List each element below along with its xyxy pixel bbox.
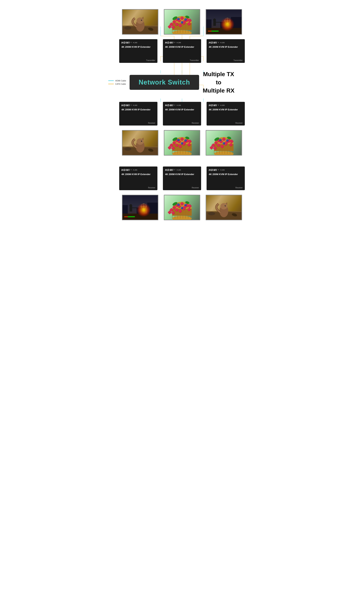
extender-rx-2-1: Hdmi ® H.265 4K 200M KVM IP Extender Rec… bbox=[119, 166, 157, 190]
extender-tx-2: Hdmi ® H.265 4K 200M KVM IP Extender Tra… bbox=[163, 39, 201, 63]
extender-rx-1-3: Hdmi ® H.265 4K 200M KVM IP Extender Rec… bbox=[207, 102, 245, 125]
legend-cat6: CAT6 Cable bbox=[108, 83, 126, 85]
monitor-bot-3 bbox=[206, 195, 242, 220]
tx-rx-label: Multiple TX to Multiple RX bbox=[203, 70, 234, 95]
h265-tx1: H.265 bbox=[133, 42, 137, 43]
diagram-container: Hdmi ® H.265 4K 200M KVM IP Extender Tra… bbox=[105, 0, 259, 229]
network-switch-label: Network Switch bbox=[139, 79, 190, 86]
network-switch-box: Network Switch bbox=[130, 75, 199, 90]
monitor-bot-2 bbox=[164, 195, 200, 220]
receivers-row-2: Hdmi ® H.265 4K 200M KVM IP Extender Rec… bbox=[105, 166, 259, 190]
mid-monitors-row-1 bbox=[105, 130, 259, 156]
scene-squirrel-bot bbox=[206, 195, 242, 220]
monitor-top-2 bbox=[164, 9, 200, 35]
hdmi-logo-rx12: Hdmi ® H.265 bbox=[165, 104, 199, 107]
extender-rx-2-3: Hdmi ® H.265 4K 200M KVM IP Extender Rec… bbox=[207, 166, 245, 190]
hdmi-brand-tx2: Hdmi bbox=[165, 41, 173, 44]
switch-row: HDMI Cable CAT6 Cable Network Switch Mul… bbox=[105, 70, 259, 95]
scene-game-bot bbox=[122, 195, 158, 220]
scene-berries-mid1-2 bbox=[206, 131, 242, 155]
monitor-mid1-3 bbox=[206, 130, 242, 156]
legend-hdmi: HDMI Cable bbox=[108, 80, 126, 82]
h265-tx2: H.265 bbox=[177, 42, 181, 43]
scene-squirrel-mid1 bbox=[122, 131, 158, 155]
legend-cat6-label: CAT6 Cable bbox=[115, 83, 126, 85]
h265-tx3: H.265 bbox=[220, 42, 225, 43]
monitor-top-3 bbox=[206, 9, 242, 35]
transmitters-row: Hdmi ® H.265 4K 200M KVM IP Extender Tra… bbox=[105, 39, 259, 63]
hdmi-logo-tx1: Hdmi ® H.265 bbox=[121, 41, 155, 44]
scene-berries-top bbox=[164, 10, 200, 34]
receivers-row-1: Hdmi ® H.265 4K 200M KVM IP Extender Rec… bbox=[105, 102, 259, 125]
scene-squirrel-top bbox=[122, 10, 158, 34]
extender-rx-1-1: Hdmi ® H.265 4K 200M KVM IP Extender Rec… bbox=[119, 102, 157, 125]
legend-cat6-line bbox=[108, 84, 114, 84]
tx-rx-line2: to bbox=[203, 78, 234, 86]
hdmi-brand-rx11: Hdmi bbox=[121, 104, 130, 107]
bottom-monitors-row bbox=[105, 195, 259, 220]
hdmi-logo-tx3: Hdmi ® H.265 bbox=[209, 41, 243, 44]
monitor-bot-1 bbox=[122, 195, 158, 220]
hdmi-brand-tx3: Hdmi bbox=[209, 41, 217, 44]
extender-title-tx3: 4K 200M KVM IP Extender bbox=[209, 46, 243, 49]
monitor-mid1-1 bbox=[122, 130, 158, 156]
scene-berries-mid1 bbox=[164, 131, 200, 155]
scene-game-top bbox=[206, 10, 242, 34]
extender-title-tx1: 4K 200M KVM IP Extender bbox=[121, 46, 155, 49]
extender-tx-3: Hdmi ® H.265 4K 200M KVM IP Extender Tra… bbox=[207, 39, 245, 63]
extender-role-tx1: Transmitter bbox=[146, 59, 155, 61]
hdmi-brand-tx1: Hdmi bbox=[121, 41, 130, 44]
monitor-top-1 bbox=[122, 9, 158, 35]
reg-symbol-tx1: ® bbox=[130, 42, 131, 43]
extender-tx-1: Hdmi ® H.265 4K 200M KVM IP Extender Tra… bbox=[119, 39, 157, 63]
hdmi-logo-rx11: Hdmi ® H.265 bbox=[121, 104, 155, 107]
extender-title-tx2: 4K 200M KVM IP Extender bbox=[165, 46, 199, 49]
top-monitors-row bbox=[105, 9, 259, 35]
hdmi-logo-tx2: Hdmi ® H.265 bbox=[165, 41, 199, 44]
tx-rx-line1: Multiple TX bbox=[203, 70, 234, 78]
reg-symbol-tx3: ® bbox=[218, 42, 219, 43]
legend-hdmi-label: HDMI Cable bbox=[115, 80, 126, 82]
hdmi-logo-rx13: Hdmi ® H.265 bbox=[209, 104, 243, 107]
extender-role-tx2: Transmitter bbox=[190, 59, 199, 61]
legend: HDMI Cable CAT6 Cable bbox=[108, 80, 126, 85]
extender-rx-2-2: Hdmi ® H.265 4K 200M KVM IP Extender Rec… bbox=[163, 166, 201, 190]
reg-symbol-tx2: ® bbox=[174, 42, 175, 43]
monitor-mid1-2 bbox=[164, 130, 200, 156]
extender-role-tx3: Transmitter bbox=[234, 59, 243, 61]
legend-hdmi-line bbox=[108, 81, 114, 81]
extender-rx-1-2: Hdmi ® H.265 4K 200M KVM IP Extender Rec… bbox=[163, 102, 201, 125]
tx-rx-line3: Multiple RX bbox=[203, 86, 234, 95]
scene-berries-bot bbox=[164, 195, 200, 220]
